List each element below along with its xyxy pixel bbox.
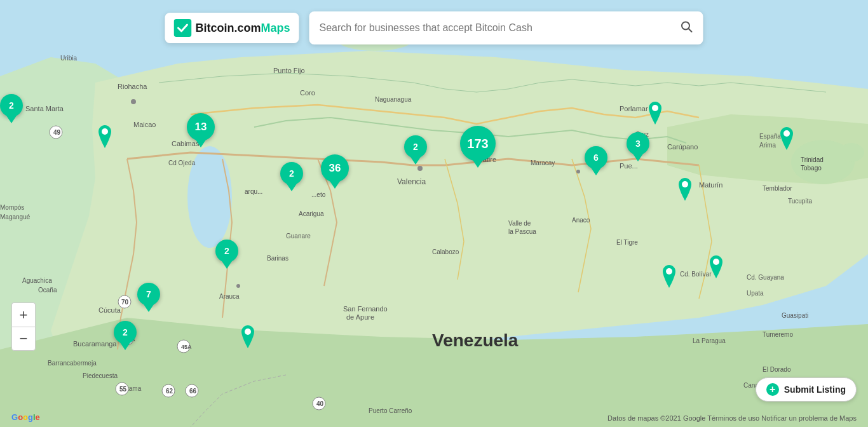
marker-bubble: 7 bbox=[137, 283, 160, 306]
svg-text:Santa Marta: Santa Marta bbox=[25, 105, 64, 112]
zoom-out-button[interactable]: − bbox=[11, 327, 36, 351]
logo[interactable]: Bitcoin.comMaps bbox=[165, 13, 299, 43]
svg-text:Guasipati: Guasipati bbox=[782, 312, 808, 319]
svg-text:Tucupita: Tucupita bbox=[788, 198, 812, 205]
svg-text:45A: 45A bbox=[181, 344, 192, 350]
svg-point-95 bbox=[783, 130, 790, 137]
svg-text:Punto Fijo: Punto Fijo bbox=[273, 67, 305, 74]
marker-173[interactable]: 173 bbox=[460, 126, 496, 168]
marker-pin bbox=[196, 140, 206, 147]
map-pin bbox=[646, 100, 664, 126]
marker-pin bbox=[591, 168, 601, 175]
svg-text:Pue...: Pue... bbox=[620, 162, 638, 170]
svg-text:Coro: Coro bbox=[300, 89, 315, 97]
zoom-controls: + − bbox=[11, 302, 36, 351]
svg-text:Arima: Arima bbox=[759, 142, 776, 149]
map-pin bbox=[239, 324, 257, 349]
logo-icon bbox=[173, 19, 191, 37]
svg-text:Calabozo: Calabozo bbox=[432, 248, 459, 255]
single-pin-6[interactable] bbox=[239, 324, 257, 352]
submit-listing-label: Submit Listing bbox=[784, 384, 846, 395]
zoom-in-button[interactable]: + bbox=[11, 302, 36, 327]
marker-bubble: 3 bbox=[627, 132, 649, 155]
marker-pin bbox=[6, 116, 17, 123]
map-container[interactable]: Curazao Uribia Riohacha Santa Marta Maic… bbox=[0, 0, 868, 427]
marker-pin bbox=[330, 181, 340, 189]
single-pin-3[interactable] bbox=[676, 177, 694, 205]
svg-point-91 bbox=[682, 181, 688, 187]
svg-text:Temblador: Temblador bbox=[763, 185, 792, 192]
svg-text:66: 66 bbox=[189, 388, 197, 395]
svg-text:Aguachica: Aguachica bbox=[22, 277, 52, 284]
marker-2a[interactable]: 2 bbox=[280, 162, 303, 191]
svg-text:Cd Ojeda: Cd Ojeda bbox=[168, 159, 196, 166]
marker-2e[interactable]: 2 bbox=[0, 94, 23, 123]
svg-text:Tobago: Tobago bbox=[801, 165, 822, 172]
svg-text:49: 49 bbox=[53, 129, 61, 136]
svg-text:Barinas: Barinas bbox=[267, 255, 288, 262]
submit-listing-button[interactable]: + Submit Listing bbox=[756, 377, 857, 402]
single-pin-7[interactable] bbox=[778, 126, 796, 154]
logo-text: Bitcoin.comMaps bbox=[195, 22, 290, 35]
marker-bubble: 2 bbox=[0, 94, 23, 117]
svg-text:...eto: ...eto bbox=[311, 191, 326, 198]
marker-pin bbox=[120, 342, 130, 350]
search-button[interactable] bbox=[681, 20, 693, 36]
marker-bubble: 2 bbox=[280, 162, 303, 185]
svg-text:70: 70 bbox=[121, 299, 129, 306]
svg-text:Mompós: Mompós bbox=[0, 204, 24, 211]
marker-2d[interactable]: 2 bbox=[114, 321, 137, 350]
marker-3[interactable]: 3 bbox=[627, 132, 649, 161]
marker-pin bbox=[287, 184, 297, 191]
marker-pin bbox=[410, 157, 421, 165]
marker-7[interactable]: 7 bbox=[137, 283, 160, 312]
marker-36[interactable]: 36 bbox=[321, 154, 349, 189]
marker-bubble: 173 bbox=[460, 126, 496, 161]
svg-text:El Dorado: El Dorado bbox=[763, 366, 791, 373]
marker-bubble: 2 bbox=[404, 135, 427, 158]
svg-text:Venezuela: Venezuela bbox=[432, 330, 519, 350]
map-attribution: Datos de mapas ©2021 Google Términos de … bbox=[607, 414, 857, 422]
svg-point-93 bbox=[666, 268, 672, 274]
svg-text:Trinidad: Trinidad bbox=[801, 156, 824, 163]
svg-line-88 bbox=[689, 29, 692, 32]
svg-text:San Fernando: San Fernando bbox=[343, 305, 388, 313]
svg-text:Piedecuesta: Piedecuesta bbox=[83, 372, 118, 379]
svg-text:40: 40 bbox=[316, 400, 324, 407]
marker-bubble: 13 bbox=[187, 113, 215, 141]
svg-text:Anaco: Anaco bbox=[572, 217, 590, 224]
marker-pin bbox=[222, 261, 232, 269]
marker-2c[interactable]: 2 bbox=[215, 240, 238, 269]
svg-text:Arauca: Arauca bbox=[219, 293, 240, 300]
marker-bubble: 6 bbox=[585, 146, 607, 169]
marker-pin bbox=[633, 154, 643, 161]
single-pin-2[interactable] bbox=[646, 100, 664, 128]
map-pin bbox=[707, 254, 725, 280]
svg-text:Valencia: Valencia bbox=[397, 177, 426, 186]
map-background: Curazao Uribia Riohacha Santa Marta Maic… bbox=[0, 0, 868, 427]
single-pin-4[interactable] bbox=[707, 254, 725, 282]
svg-text:de Apure: de Apure bbox=[346, 313, 374, 321]
marker-13[interactable]: 13 bbox=[187, 113, 215, 147]
svg-text:Barrancabermeja: Barrancabermeja bbox=[48, 360, 97, 367]
single-pin-5[interactable] bbox=[660, 264, 678, 292]
single-pin-1[interactable] bbox=[96, 124, 114, 152]
svg-text:Acarigua: Acarigua bbox=[299, 210, 324, 217]
search-input[interactable] bbox=[320, 22, 674, 34]
svg-text:Bucaramanga: Bucaramanga bbox=[73, 340, 117, 348]
marker-bubble: 2 bbox=[114, 321, 137, 344]
svg-point-11 bbox=[576, 170, 580, 173]
svg-text:El Tigre: El Tigre bbox=[616, 239, 638, 246]
svg-text:Upata: Upata bbox=[747, 290, 764, 297]
marker-pin bbox=[144, 304, 154, 312]
svg-point-92 bbox=[713, 259, 719, 265]
search-bar[interactable] bbox=[309, 11, 703, 44]
svg-text:arqu...: arqu... bbox=[245, 188, 262, 195]
marker-2b[interactable]: 2 bbox=[404, 135, 427, 165]
svg-text:Naguanagua: Naguanagua bbox=[375, 96, 412, 103]
map-pin bbox=[660, 264, 678, 289]
svg-text:Tumeremo: Tumeremo bbox=[763, 331, 793, 338]
marker-6[interactable]: 6 bbox=[585, 146, 607, 175]
svg-text:Magangué: Magangué bbox=[0, 214, 31, 220]
svg-rect-86 bbox=[173, 19, 191, 37]
